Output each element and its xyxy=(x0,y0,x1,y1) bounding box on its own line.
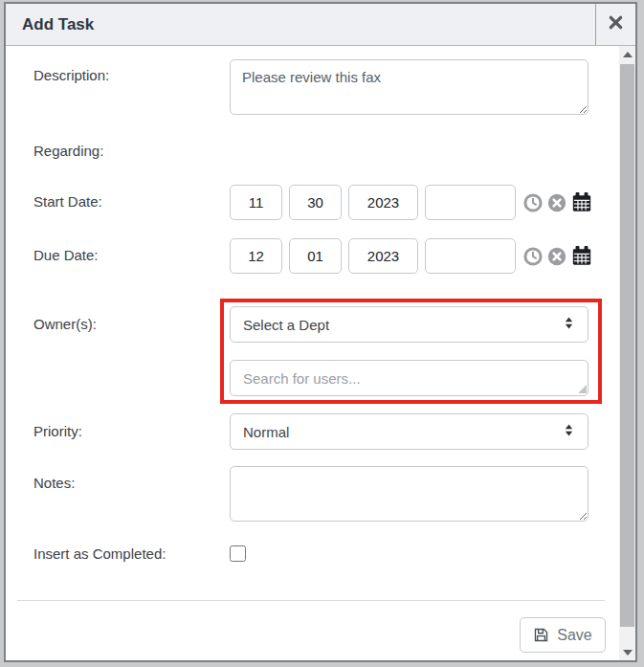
regarding-label: Regarding: xyxy=(33,143,103,159)
dept-select-value: Select a Dept xyxy=(243,317,329,333)
dept-select[interactable]: Select a Dept xyxy=(230,306,588,343)
notes-label: Notes: xyxy=(33,475,75,491)
start-date-time-input[interactable] xyxy=(425,185,516,220)
dialog-header: Add Task xyxy=(6,4,635,46)
chevron-updown-icon xyxy=(563,423,575,440)
description-label: Description: xyxy=(33,67,109,83)
start-date-year-input[interactable] xyxy=(348,185,418,220)
priority-select[interactable]: Normal xyxy=(230,413,588,450)
start-date-day-input[interactable] xyxy=(289,185,342,220)
floppy-disk-icon xyxy=(533,627,549,643)
start-date-month-input[interactable] xyxy=(230,185,282,220)
priority-select-value: Normal xyxy=(243,424,289,440)
due-date-calendar-icon[interactable] xyxy=(571,245,590,264)
start-date-clear-icon[interactable] xyxy=(547,193,566,212)
due-date-month-input[interactable] xyxy=(230,238,282,274)
save-button[interactable]: Save xyxy=(520,617,606,653)
user-search-wrapper xyxy=(230,360,588,396)
due-time-clock-icon[interactable] xyxy=(523,247,543,266)
insert-completed-label: Insert as Completed: xyxy=(33,545,166,562)
start-time-clock-icon[interactable] xyxy=(523,193,543,212)
due-date-label: Due Date: xyxy=(33,247,99,263)
start-date-label: Start Date: xyxy=(33,193,102,210)
add-task-dialog: Add Task Description: Please review this… xyxy=(4,2,637,662)
scroll-down-icon[interactable] xyxy=(619,644,635,660)
user-search-input[interactable] xyxy=(230,360,588,396)
priority-label: Priority: xyxy=(33,423,82,439)
save-button-label: Save xyxy=(557,627,591,644)
due-date-clear-icon[interactable] xyxy=(547,247,566,266)
start-date-calendar-icon[interactable] xyxy=(571,191,590,211)
scroll-up-icon[interactable] xyxy=(619,46,635,62)
due-date-time-input[interactable] xyxy=(425,238,516,274)
close-button[interactable] xyxy=(595,4,635,45)
scrollbar-thumb[interactable] xyxy=(620,64,634,627)
vertical-scrollbar[interactable] xyxy=(619,46,635,660)
due-date-day-input[interactable] xyxy=(289,238,342,274)
chevron-updown-icon xyxy=(563,316,575,333)
footer-divider xyxy=(17,600,605,601)
insert-completed-checkbox[interactable] xyxy=(230,545,246,562)
owners-label: Owner(s): xyxy=(33,316,97,332)
description-textarea[interactable]: Please review this fax xyxy=(230,59,588,115)
dialog-title: Add Task xyxy=(22,4,94,45)
close-icon xyxy=(609,15,623,33)
due-date-year-input[interactable] xyxy=(348,238,418,274)
notes-textarea[interactable] xyxy=(230,466,588,522)
